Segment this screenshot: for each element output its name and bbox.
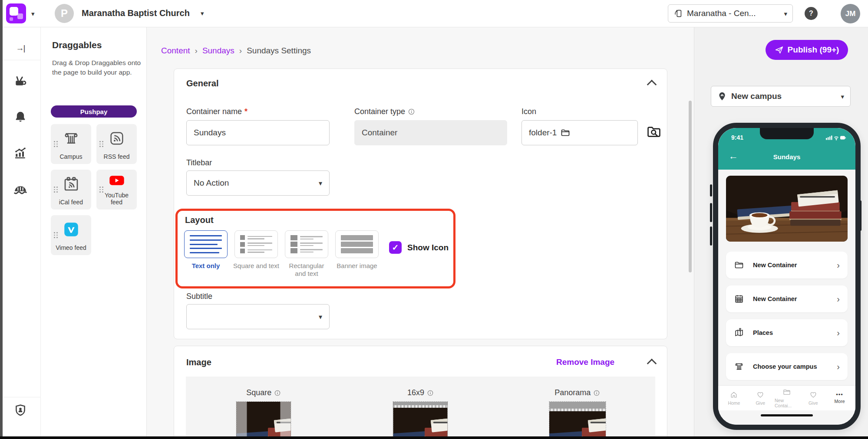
campus-column-icon xyxy=(734,361,744,372)
general-collapse-icon[interactable] xyxy=(647,80,657,90)
draggable-rss-feed[interactable]: RSS feed xyxy=(96,124,137,164)
chevron-right-icon: › xyxy=(837,328,840,338)
phone-notch xyxy=(760,128,814,139)
tab-give-1[interactable]: Give xyxy=(748,390,772,406)
phone-side-button xyxy=(710,184,712,197)
layout-option-rectangular-text[interactable] xyxy=(285,230,328,258)
security-shield-icon[interactable] xyxy=(0,403,40,417)
image-variant-panorama: Panorama xyxy=(500,377,655,439)
layout-option-text-only[interactable] xyxy=(184,230,228,258)
image-collapse-icon[interactable] xyxy=(647,359,657,369)
help-button[interactable]: ? xyxy=(805,7,818,20)
phone-banner-image[interactable] xyxy=(726,176,848,242)
layout-option-label: Banner image xyxy=(334,262,380,270)
layout-option-label: Rectangular and text xyxy=(284,262,330,278)
notifications-bell-icon[interactable] xyxy=(0,110,40,123)
map-places-icon xyxy=(734,328,744,338)
youtube-icon xyxy=(107,170,127,192)
remove-image-link[interactable]: Remove Image xyxy=(556,357,614,367)
general-card: General Container name* Sundays Containe… xyxy=(174,69,667,339)
required-mark: * xyxy=(244,107,248,116)
phone-list-item[interactable]: Choose your campus › xyxy=(726,353,848,380)
tab-give-2[interactable]: Give xyxy=(801,390,825,406)
breadcrumb-sep-icon: › xyxy=(195,46,198,56)
show-icon-checkbox[interactable]: ✓ xyxy=(389,241,402,254)
phone-side-button xyxy=(710,226,712,246)
panorama-image-preview[interactable] xyxy=(549,402,606,439)
ical-calendar-icon xyxy=(62,170,80,199)
icon-input[interactable]: folder-1 xyxy=(521,120,638,145)
draggable-ical-feed[interactable]: iCal feed xyxy=(51,170,91,210)
browse-icons-button[interactable] xyxy=(646,124,662,140)
drag-handle-icon xyxy=(54,232,58,238)
breadcrumb-sundays[interactable]: Sundays xyxy=(202,46,234,56)
layout-option-square-text[interactable] xyxy=(234,230,278,258)
tab-home[interactable]: Home xyxy=(722,390,746,406)
org-caret-icon[interactable]: ▾ xyxy=(201,10,204,16)
app-selector-caret-icon: ▾ xyxy=(784,10,787,17)
info-icon[interactable] xyxy=(427,390,434,396)
caret-down-icon: ▾ xyxy=(319,179,322,187)
main-scrollbar[interactable] xyxy=(689,101,692,272)
image-variant-square: Square xyxy=(186,377,341,439)
layout-option-banner-image[interactable] xyxy=(335,230,379,258)
draggables-title: Draggables xyxy=(52,40,102,50)
square-image-preview[interactable] xyxy=(237,402,291,439)
drag-handle-icon xyxy=(99,141,103,147)
ellipsis-icon: ••• xyxy=(836,392,843,397)
container-name-label: Container name* xyxy=(186,107,248,116)
campus-pin-icon xyxy=(717,92,727,101)
draggables-description: Drag & Drop Draggables onto the page to … xyxy=(52,58,142,78)
org-name[interactable]: Maranatha Baptist Church xyxy=(82,8,190,18)
draggable-campus[interactable]: Campus xyxy=(51,124,91,164)
drag-handle-icon xyxy=(99,187,103,193)
app-design-icon[interactable] xyxy=(0,75,40,88)
rss-icon xyxy=(108,124,125,153)
breadcrumb-content[interactable]: Content xyxy=(161,46,190,56)
info-icon[interactable] xyxy=(408,108,415,115)
tab-new-container[interactable]: New Contai... xyxy=(775,388,799,408)
info-icon[interactable] xyxy=(274,390,281,396)
drag-handle-icon xyxy=(54,141,58,147)
icon-rail: →| xyxy=(0,27,41,439)
window-edge xyxy=(0,0,3,439)
campus-column-icon xyxy=(63,124,80,153)
layout-option-label: Square and text xyxy=(233,262,279,270)
16x9-image-preview[interactable] xyxy=(393,402,448,439)
collapse-sidebar-icon[interactable]: →| xyxy=(0,43,40,53)
phone-list-item[interactable]: New Container › xyxy=(726,285,848,312)
drag-handle-icon xyxy=(54,187,58,193)
logo-caret-icon[interactable]: ▾ xyxy=(31,10,35,17)
general-title: General xyxy=(186,79,218,88)
phone-list-item[interactable]: Places › xyxy=(726,319,848,346)
container-type-input: Container xyxy=(354,120,507,145)
draggable-vimeo-feed[interactable]: Vimeo feed xyxy=(51,215,91,255)
draggable-youtube-feed[interactable]: YouTube feed xyxy=(96,170,137,210)
tab-more[interactable]: ••• More xyxy=(828,392,852,404)
phone-side-button xyxy=(710,203,712,222)
app-logo[interactable] xyxy=(6,3,26,23)
bridge-icon[interactable] xyxy=(0,181,40,196)
image-variant-16x9: 16x9 xyxy=(343,377,498,439)
insights-chart-icon[interactable] xyxy=(0,146,40,160)
campus-selector[interactable]: New campus ▾ xyxy=(711,86,851,107)
home-indicator[interactable] xyxy=(761,414,813,416)
publish-button[interactable]: Publish (99+) xyxy=(766,40,848,60)
app-selector[interactable]: Maranatha - Cen... ▾ xyxy=(668,4,793,23)
chevron-right-icon: › xyxy=(837,260,840,270)
user-avatar[interactable]: JM xyxy=(841,4,860,23)
send-icon xyxy=(775,46,784,55)
subtitle-select[interactable]: ▾ xyxy=(186,304,330,329)
image-variants-area: Square 16x9 Panorama xyxy=(186,377,655,439)
icon-field-label: Icon xyxy=(521,107,536,116)
titlebar-select[interactable]: No Action ▾ xyxy=(186,170,330,196)
phone-list-item[interactable]: New Container › xyxy=(726,252,848,278)
container-name-input[interactable]: Sundays xyxy=(186,120,330,145)
status-icons xyxy=(826,135,846,141)
show-icon-label: Show Icon xyxy=(407,243,449,252)
draggables-group-header: Pushpay xyxy=(51,105,137,118)
device-switch-icon xyxy=(673,9,683,18)
calendar-icon xyxy=(734,294,744,304)
chevron-right-icon: › xyxy=(837,362,840,372)
info-icon[interactable] xyxy=(593,390,600,396)
